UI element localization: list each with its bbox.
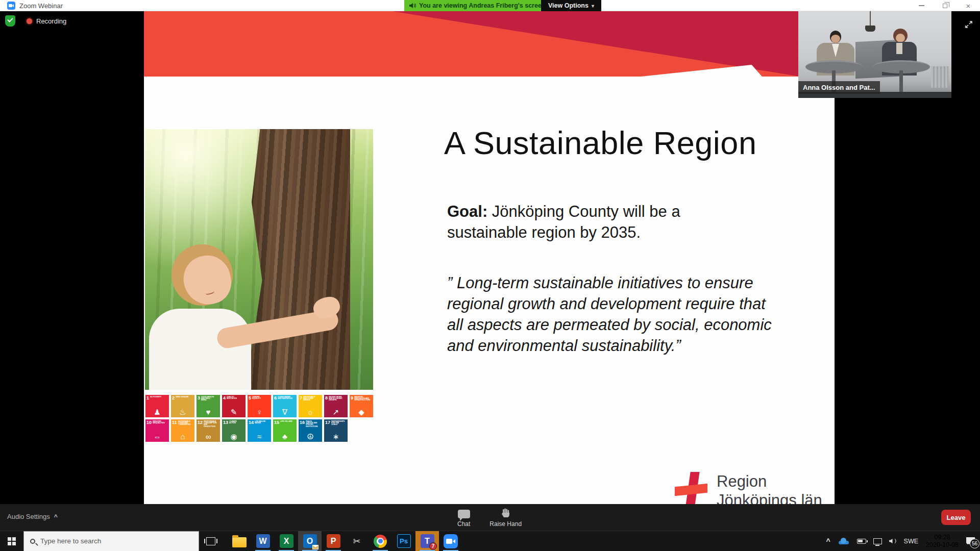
zoom-logo-icon [7,2,15,10]
restore-icon [943,4,947,8]
audio-settings-button[interactable]: Audio Settings ^ [7,513,58,520]
photo-girl-hugging-tree [145,129,373,390]
sdg-tile-14: 14Life Below Water≈ [248,419,271,442]
presenter-video-thumbnail[interactable]: Anna Olsson and Pat... [798,11,951,98]
teams-badge: 7 [429,542,437,550]
presenter-man [831,35,840,43]
expand-icon [965,20,973,29]
windows-taskbar: Type here to search WXOP✂PsT7 ^ SWE 09:2… [0,531,980,551]
volume-button[interactable] [886,531,900,551]
restore-button[interactable] [933,0,957,11]
chat-icon [458,510,470,518]
file-explorer-icon [232,537,247,547]
region-logo: Region Jönköpings län [675,472,822,504]
search-placeholder: Type here to search [40,537,101,545]
recording-indicator: Recording [5,15,66,27]
snip-icon: ✂ [353,536,360,547]
onedrive-cloud-icon [838,538,850,544]
taskbar-app-word[interactable]: W [251,531,275,551]
taskbar-app-outlook[interactable]: O [298,531,322,551]
slide-quote: ” Long-term sustainable initiatives to e… [447,272,779,356]
tray-time: 09:28 [926,534,959,541]
tray-date: 2020-10-08 [926,541,959,549]
close-button[interactable]: × [957,0,980,11]
zoom-app-icon [444,534,458,548]
speaker-icon [409,3,416,9]
taskbar-app-teams[interactable]: T7 [415,531,439,551]
chat-button[interactable]: Chat [454,506,473,530]
leave-button[interactable]: Leave [941,510,971,525]
raise-hand-button[interactable]: Raise Hand [486,506,525,530]
zoom-webinar-window: Zoom Webinar × You are viewing Andreas F… [0,0,980,551]
sdg-tile-8: 8Decent Work and Economic Growth↗ [324,395,348,417]
taskbar-app-excel[interactable]: X [275,531,298,551]
network-icon [873,538,882,544]
chrome-icon [374,535,387,548]
raise-hand-icon [500,508,511,518]
screen-share-banner: You are viewing Andreas Friberg's screen [404,0,552,11]
speaker-icon [889,539,893,543]
excel-icon: X [280,534,293,548]
battery-button[interactable] [853,531,870,551]
start-button[interactable] [0,531,23,551]
radiator [931,66,948,88]
recording-label: Recording [36,17,66,25]
windows-logo-icon [8,537,16,545]
goal-label: Goal: [447,203,487,220]
powerpoint-icon: P [327,534,340,548]
region-logo-line1: Region [717,472,822,491]
minimize-icon [919,5,924,6]
window-title: Zoom Webinar [19,2,63,10]
battery-icon [857,539,866,544]
chevron-down-icon: ▾ [592,3,594,9]
taskbar-apps: WXOP✂PsT7 [228,531,462,551]
webinar-control-bar: Audio Settings ^ Chat Raise Hand Leave [0,504,980,531]
tray-expand-button[interactable]: ^ [822,531,834,551]
sdg-tile-2: 2Zero Hunger♨ [171,395,194,417]
photoshop-icon: Ps [397,534,411,548]
recording-dot-icon [27,18,32,24]
region-cross-icon [675,472,708,504]
region-logo-line2: Jönköpings län [717,491,822,504]
onedrive-button[interactable] [834,531,853,551]
taskbar-app-snip[interactable]: ✂ [345,531,369,551]
search-icon [30,539,35,544]
sdg-tile-15: 15Life on Land♣ [273,419,297,442]
sdg-tile-7: 7Affordable and Clean Energy☼ [299,395,322,417]
notification-icon: 56 [966,537,976,545]
sdg-tile-9: 9Industry, Innovation and Infrastructure… [350,395,373,417]
sdg-tile-13: 13Climate Action◉ [222,419,246,442]
sdg-tile-3: 3Good Health and Well-Being♥ [197,395,220,417]
sdg-tile-16: 16Peace, Justice and Strong Institutions… [299,419,322,442]
notification-count-badge: 56 [970,539,979,548]
pendant-lamp [865,26,875,32]
slide-goal-paragraph: Goal: Jönköping County will be a sustain… [447,201,723,243]
system-tray: ^ SWE 09:28 2020-10-08 56 [822,531,980,551]
word-icon: W [256,534,270,548]
taskbar-app-powerpoint[interactable]: P [322,531,345,551]
view-options-button[interactable]: View Options ▾ [541,0,601,11]
sdg-tile-12: 12Responsible Consumption and Production… [197,419,220,442]
sdg-tile-17: 17Partnerships for the Goals∗ [324,419,348,442]
minimize-button[interactable] [910,0,933,11]
sdg-goals-grid: 1No Poverty♟2Zero Hunger♨3Good Health an… [145,395,373,442]
taskbar-app-zoom-app[interactable] [439,531,462,551]
security-shield-icon[interactable] [5,15,15,27]
sdg-tile-4: 4Quality Education✎ [222,395,246,417]
sdg-tile-6: 6Clean Water and Sanitation∇ [273,395,297,417]
sdg-tile-11: 11Sustainable Cities and Communities⌂ [171,419,194,442]
expand-fullscreen-button[interactable] [963,18,975,31]
taskbar-app-chrome[interactable] [369,531,392,551]
task-view-button[interactable] [199,531,223,551]
sdg-tile-1: 1No Poverty♟ [145,395,169,417]
taskbar-app-photoshop[interactable]: Ps [392,531,415,551]
sdg-tile-5: 5Gender Equality♀ [248,395,271,417]
network-button[interactable] [870,531,886,551]
slide-header-wave [144,11,835,77]
clock[interactable]: 09:28 2020-10-08 [922,534,963,549]
taskbar-search-input[interactable]: Type here to search [23,531,199,551]
action-center-button[interactable]: 56 [963,531,980,551]
presenter-woman [896,34,905,42]
language-indicator[interactable]: SWE [900,531,922,551]
taskbar-app-file-explorer[interactable] [228,531,251,551]
